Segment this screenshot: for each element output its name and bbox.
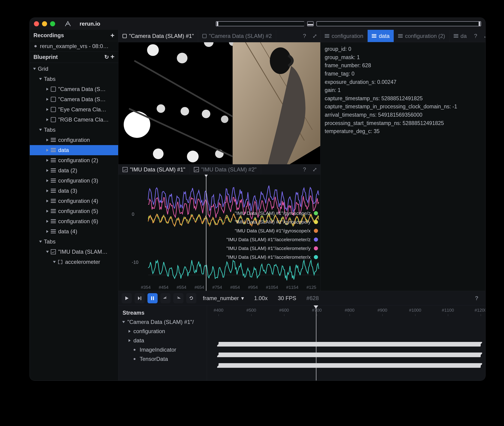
fps-label[interactable]: 30 FPS [274,295,300,301]
tree-row[interactable]: accelerometer [30,257,118,267]
speed-label[interactable]: 1.00x [250,295,271,301]
go-forward-button[interactable] [173,293,183,303]
ruler-tick-mark [317,314,317,316]
right-tab[interactable]: configuration (2) [394,30,449,42]
close-window-button[interactable] [34,21,39,26]
maximize-view-button[interactable]: ⤢ [309,166,320,173]
camera-image-view[interactable] [118,42,320,164]
data-track[interactable] [219,363,481,368]
disclosure-triangle-icon[interactable] [122,321,125,323]
disclosure-triangle-icon[interactable] [46,118,48,121]
toggle-left-panel-button[interactable] [216,21,304,26]
go-back-button[interactable] [160,293,171,303]
disclosure-triangle-icon[interactable] [46,88,48,91]
disclosure-triangle-icon[interactable] [33,68,36,70]
imu-tab[interactable]: "IMU Data (SLAM) #2" [190,164,261,174]
tree-row[interactable]: configuration (4) [30,196,118,206]
recording-row[interactable]: rerun_example_vrs - 08:0… [30,41,118,51]
stream-row[interactable]: TensorData [118,354,207,364]
brackets-icon [58,259,63,264]
tree-row[interactable]: Tabs [30,237,118,247]
tree-row[interactable]: configuration [30,135,118,145]
help-button[interactable]: ? [300,166,309,173]
disclosure-triangle-icon[interactable] [46,159,48,162]
minimize-window-button[interactable] [42,21,47,26]
disclosure-triangle-icon[interactable] [46,200,48,202]
tree-row[interactable]: "IMU Data (SLAM… [30,247,118,257]
imu-chart-view[interactable]: 0 -10 "IMU Data (SLAM) #1"/gyroscope/z"I… [118,175,320,291]
play-button[interactable] [122,293,132,303]
tree-label: data (2) [58,167,77,174]
disclosure-triangle-icon[interactable] [46,169,48,172]
imu-tab[interactable]: "IMU Data (SLAM) #1" [118,164,190,174]
data-track[interactable] [219,353,481,357]
stream-row[interactable]: ImageIndicator [118,345,207,354]
stream-row[interactable]: configuration [118,327,207,336]
tree-row[interactable]: configuration (6) [30,216,118,226]
legend-item[interactable]: "IMU Data (SLAM) #1"/gyroscope/x [235,228,318,234]
data-track[interactable] [219,342,481,347]
disclosure-triangle-icon[interactable] [46,149,48,152]
tree-row[interactable]: "RGB Camera Cla… [30,114,118,125]
fullscreen-window-button[interactable] [50,21,55,26]
timeline-tracks-area[interactable]: #400#500#600#700#800#900#1000#1100#1200 [207,305,485,381]
disclosure-triangle-icon[interactable] [46,220,48,223]
stream-row[interactable]: "Camera Data (SLAM) #1"/ [118,317,207,327]
help-button[interactable]: ? [471,33,480,39]
tree-row[interactable]: data (3) [30,186,118,196]
blueprint-add-button[interactable]: + [110,53,114,60]
disclosure-triangle-icon[interactable] [39,129,42,131]
disclosure-triangle-icon[interactable] [53,261,56,263]
tab-label: configuration [331,33,363,39]
disclosure-triangle-icon[interactable] [46,98,48,101]
loop-button[interactable] [186,293,196,303]
image-tab[interactable]: "Camera Data (SLAM) #1" [118,30,198,42]
tree-row[interactable]: data [30,145,118,155]
rerun-logo-icon [64,20,71,27]
blueprint-reset-button[interactable]: ↻ [104,54,109,60]
tree-row[interactable]: "Eye Camera Cla… [30,104,118,114]
tree-row[interactable]: Grid [30,64,118,74]
add-recording-button[interactable]: + [110,33,114,38]
disclosure-triangle-icon[interactable] [46,108,48,111]
tree-row[interactable]: "Camera Data (S… [30,94,118,104]
disclosure-triangle-icon[interactable] [39,78,42,80]
timebase-select[interactable]: frame_number▾ [199,295,248,301]
tree-row[interactable]: configuration (5) [30,206,118,216]
tree-row[interactable]: "Camera Data (S… [30,84,118,94]
disclosure-triangle-icon[interactable] [46,251,49,253]
disclosure-triangle-icon[interactable] [129,339,131,342]
legend-item[interactable]: "IMU Data (SLAM) #1"/accelerometer/z [226,237,318,242]
maximize-view-button[interactable]: ⤢ [309,33,320,39]
right-tab[interactable]: da [449,30,471,42]
tree-row[interactable]: data (2) [30,165,118,176]
legend-item[interactable]: "IMU Data (SLAM) #1"/gyroscope/z [235,210,318,216]
toggle-right-panel-button[interactable] [316,21,481,26]
legend-item[interactable]: "IMU Data (SLAM) #1"/gyroscope/y [235,219,318,225]
tree-row[interactable]: Tabs [30,125,118,135]
disclosure-triangle-icon[interactable] [46,179,48,182]
info-line: frame_tag: 0 [325,70,481,78]
right-tab[interactable]: configuration [321,30,368,42]
stream-row[interactable]: data [118,336,207,345]
disclosure-triangle-icon[interactable] [46,189,48,192]
image-tab[interactable]: "Camera Data (SLAM) #2 [198,30,276,42]
tree-row[interactable]: Tabs [30,74,118,84]
toggle-bottom-panel-button[interactable] [307,21,314,26]
help-button[interactable]: ? [475,295,482,301]
maximize-view-button[interactable]: ⤢ [480,33,485,39]
pause-button[interactable] [147,293,158,303]
tree-row[interactable]: configuration (2) [30,155,118,165]
disclosure-triangle-icon[interactable] [129,330,131,333]
disclosure-triangle-icon[interactable] [46,210,48,213]
help-button[interactable]: ? [300,33,309,39]
tree-row[interactable]: configuration (3) [30,176,118,186]
disclosure-triangle-icon[interactable] [46,139,48,141]
tree-row[interactable]: data (4) [30,226,118,237]
right-tab[interactable]: data [368,30,394,42]
disclosure-triangle-icon[interactable] [39,241,42,243]
disclosure-triangle-icon[interactable] [46,230,48,233]
step-forward-button[interactable] [135,293,145,303]
legend-item[interactable]: "IMU Data (SLAM) #1"/accelerometer/y [226,246,318,251]
legend-item[interactable]: "IMU Data (SLAM) #1"/accelerometer/x [226,254,318,260]
